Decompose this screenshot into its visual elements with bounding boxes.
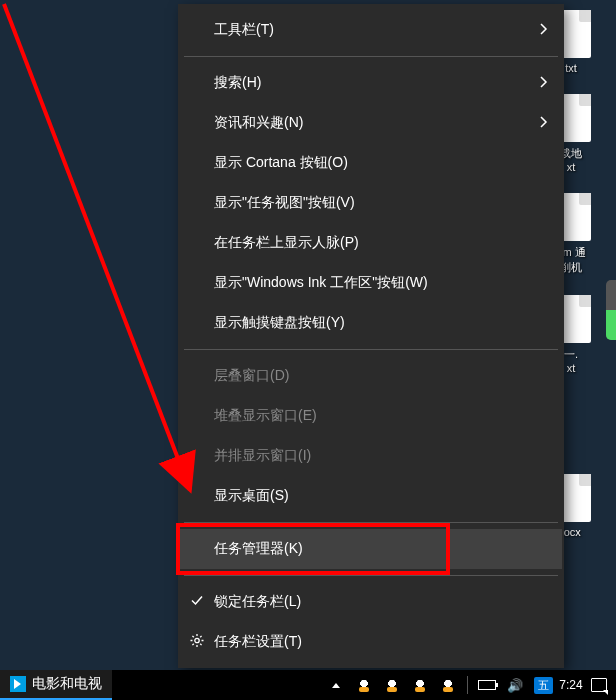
notification-center-icon[interactable] xyxy=(590,676,608,694)
menu-item-side-by-side: 并排显示窗口(I) xyxy=(180,436,562,476)
menu-item-label: 显示触摸键盘按钮(Y) xyxy=(214,314,345,332)
menu-item-label: 显示"Windows Ink 工作区"按钮(W) xyxy=(214,274,428,292)
qq-icon[interactable] xyxy=(355,676,373,694)
menu-separator xyxy=(184,349,558,350)
menu-item-search[interactable]: 搜索(H) xyxy=(180,63,562,103)
menu-item-lock-taskbar[interactable]: 锁定任务栏(L) xyxy=(180,582,562,622)
menu-item-stack-windows: 堆叠显示窗口(E) xyxy=(180,396,562,436)
chevron-right-icon xyxy=(540,115,548,131)
menu-item-show-desktop[interactable]: 显示桌面(S) xyxy=(180,476,562,516)
volume-icon[interactable]: 🔊 xyxy=(506,676,524,694)
menu-separator xyxy=(184,56,558,57)
menu-item-label: 堆叠显示窗口(E) xyxy=(214,407,317,425)
menu-item-task-view-button[interactable]: 显示"任务视图"按钮(V) xyxy=(180,183,562,223)
menu-item-cortana-button[interactable]: 显示 Cortana 按钮(O) xyxy=(180,143,562,183)
menu-item-task-manager[interactable]: 任务管理器(K) xyxy=(180,529,562,569)
menu-item-ink-workspace[interactable]: 显示"Windows Ink 工作区"按钮(W) xyxy=(180,263,562,303)
svg-line-8 xyxy=(200,636,201,637)
menu-separator xyxy=(184,575,558,576)
menu-item-toolbars[interactable]: 工具栏(T) xyxy=(180,10,562,50)
svg-line-7 xyxy=(192,644,193,645)
chevron-right-icon xyxy=(540,22,548,38)
menu-item-label: 资讯和兴趣(N) xyxy=(214,114,303,132)
qq-icon[interactable] xyxy=(383,676,401,694)
tray-overflow-icon[interactable] xyxy=(327,676,345,694)
menu-item-label: 显示桌面(S) xyxy=(214,487,289,505)
qq-icon[interactable] xyxy=(439,676,457,694)
menu-item-news[interactable]: 资讯和兴趣(N) xyxy=(180,103,562,143)
menu-item-touch-keyboard[interactable]: 显示触摸键盘按钮(Y) xyxy=(180,303,562,343)
menu-item-label: 显示 Cortana 按钮(O) xyxy=(214,154,348,172)
menu-item-label: 在任务栏上显示人脉(P) xyxy=(214,234,359,252)
menu-item-show-people[interactable]: 在任务栏上显示人脉(P) xyxy=(180,223,562,263)
qq-icon[interactable] xyxy=(411,676,429,694)
menu-item-taskbar-settings[interactable]: 任务栏设置(T) xyxy=(180,622,562,662)
menu-item-label: 锁定任务栏(L) xyxy=(214,593,301,611)
menu-separator xyxy=(184,522,558,523)
check-icon xyxy=(190,594,204,611)
battery-icon[interactable] xyxy=(478,676,496,694)
menu-item-label: 工具栏(T) xyxy=(214,21,274,39)
svg-point-0 xyxy=(195,638,199,642)
volume-fill xyxy=(606,310,616,340)
menu-item-label: 搜索(H) xyxy=(214,74,261,92)
file-label: locx xyxy=(561,526,581,538)
menu-item-label: 并排显示窗口(I) xyxy=(214,447,311,465)
chevron-right-icon xyxy=(540,75,548,91)
menu-item-label: 任务管理器(K) xyxy=(214,540,303,558)
tray-separator xyxy=(467,676,468,694)
clock[interactable]: 7:24 xyxy=(562,676,580,694)
file-label: 一. xt xyxy=(564,347,578,374)
movies-tv-icon xyxy=(10,676,26,692)
file-label: txt xyxy=(565,62,577,74)
volume-indicator xyxy=(606,280,616,340)
gear-icon xyxy=(190,634,204,651)
svg-line-6 xyxy=(200,644,201,645)
system-tray: 🔊 五 7:24 xyxy=(319,670,616,700)
svg-line-9 xyxy=(4,4,190,490)
ime-indicator[interactable]: 五 xyxy=(534,676,552,694)
taskbar-app-movies-tv[interactable]: 电影和电视 xyxy=(0,670,112,700)
taskbar-app-label: 电影和电视 xyxy=(32,675,102,693)
menu-item-cascade-windows: 层叠窗口(D) xyxy=(180,356,562,396)
taskbar: 电影和电视 🔊 五 7:24 xyxy=(0,670,616,700)
menu-item-label: 显示"任务视图"按钮(V) xyxy=(214,194,355,212)
menu-item-label: 层叠窗口(D) xyxy=(214,367,289,385)
taskbar-context-menu: 工具栏(T) 搜索(H) 资讯和兴趣(N) 显示 Cortana 按钮(O) 显… xyxy=(178,4,564,668)
svg-line-5 xyxy=(192,636,193,637)
menu-item-label: 任务栏设置(T) xyxy=(214,633,302,651)
